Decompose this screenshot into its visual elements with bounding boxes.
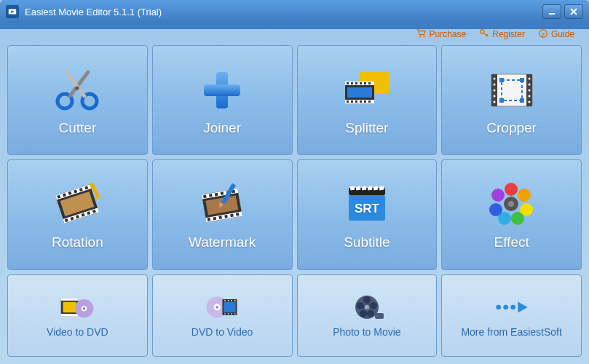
svg-point-91 xyxy=(365,305,369,309)
svg-point-26 xyxy=(528,77,530,79)
subtitle-label: Subtitle xyxy=(344,234,390,250)
svg-point-83 xyxy=(231,313,232,314)
register-label: Register xyxy=(492,29,525,39)
svg-point-86 xyxy=(363,296,371,304)
svg-rect-76 xyxy=(224,302,235,313)
svg-rect-53 xyxy=(379,186,384,191)
svg-point-93 xyxy=(496,305,501,310)
cutter-label: Cutter xyxy=(59,120,97,136)
svg-rect-49 xyxy=(356,186,361,191)
svg-rect-50 xyxy=(362,186,367,191)
svg-point-64 xyxy=(491,189,505,202)
svg-rect-12 xyxy=(204,84,240,96)
titlebar: Easiest Movie Editor 5.1.1 (Trial) xyxy=(0,0,589,23)
svg-point-23 xyxy=(493,89,495,91)
watermark-label: Watermark xyxy=(189,234,256,250)
cropper-label: Cropper xyxy=(486,120,537,136)
svg-rect-52 xyxy=(373,186,379,191)
minimize-button[interactable] xyxy=(542,4,561,19)
svg-point-3 xyxy=(419,36,421,37)
tile-grid: Cutter Joiner xyxy=(0,45,589,364)
svg-point-58 xyxy=(505,183,518,196)
effect-tile[interactable]: Effect xyxy=(441,159,582,269)
effect-icon xyxy=(483,179,541,230)
guide-label: Guide xyxy=(551,29,574,39)
svg-rect-35 xyxy=(520,98,524,103)
svg-rect-51 xyxy=(368,186,373,191)
rotation-icon xyxy=(48,179,106,230)
key-icon xyxy=(479,28,489,41)
photo-to-movie-icon xyxy=(349,293,385,322)
splitter-icon xyxy=(338,65,396,116)
effect-label: Effect xyxy=(494,234,529,250)
more-label: More from EasiestSoft xyxy=(461,326,562,338)
svg-point-63 xyxy=(489,203,502,216)
register-link[interactable]: Register xyxy=(479,28,525,41)
video-to-dvd-label: Video to DVD xyxy=(47,326,108,338)
svg-point-24 xyxy=(493,95,495,97)
svg-rect-68 xyxy=(63,302,76,313)
svg-point-21 xyxy=(493,77,495,79)
topbar: Purchase Register ? Guide xyxy=(0,23,589,45)
svg-point-28 xyxy=(528,89,530,91)
svg-text:?: ? xyxy=(542,31,545,37)
cutter-tile[interactable]: Cutter xyxy=(7,45,148,155)
svg-point-87 xyxy=(370,302,377,309)
rotation-tile[interactable]: Rotation xyxy=(7,159,148,269)
svg-rect-18 xyxy=(491,74,532,106)
svg-point-25 xyxy=(493,100,495,103)
dvd-to-video-label: DVD to Video xyxy=(191,326,253,338)
svg-point-82 xyxy=(228,313,229,314)
more-tile[interactable]: More from EasiestSoft xyxy=(441,274,582,357)
cropper-tile[interactable]: Cropper xyxy=(441,45,582,155)
dvd-to-video-icon xyxy=(204,293,240,322)
svg-point-88 xyxy=(367,310,374,317)
svg-rect-17 xyxy=(347,87,372,98)
subtitle-icon: SRT xyxy=(338,179,396,230)
svg-rect-34 xyxy=(499,98,504,103)
svg-point-77 xyxy=(224,300,226,301)
video-to-dvd-icon xyxy=(59,293,95,322)
svg-point-30 xyxy=(528,100,530,103)
svg-rect-66 xyxy=(61,298,79,301)
guide-link[interactable]: ? Guide xyxy=(538,28,574,41)
svg-point-90 xyxy=(357,302,364,309)
svg-rect-92 xyxy=(375,313,384,319)
svg-point-94 xyxy=(503,305,508,310)
svg-rect-67 xyxy=(61,314,79,317)
dvd-to-video-tile[interactable]: DVD to Video xyxy=(152,274,293,357)
more-arrow-icon xyxy=(494,293,530,322)
window-title: Easiest Movie Editor 5.1.1 (Trial) xyxy=(25,7,542,17)
video-to-dvd-tile[interactable]: Video to DVD xyxy=(7,274,148,357)
svg-point-29 xyxy=(528,95,530,97)
photo-to-movie-tile[interactable]: Photo to Movie xyxy=(297,274,438,357)
subtitle-tile[interactable]: SRT Subtitle xyxy=(297,159,438,269)
joiner-label: Joiner xyxy=(203,120,241,136)
scissors-icon xyxy=(48,65,106,116)
svg-point-80 xyxy=(234,300,236,301)
svg-point-61 xyxy=(511,212,524,225)
splitter-tile[interactable]: Splitter xyxy=(297,45,438,155)
svg-point-59 xyxy=(518,189,531,202)
svg-rect-32 xyxy=(499,78,504,82)
cart-icon xyxy=(416,28,427,41)
svg-marker-96 xyxy=(518,302,527,313)
svg-rect-2 xyxy=(549,13,555,15)
svg-rect-33 xyxy=(520,78,524,82)
svg-point-27 xyxy=(528,83,530,85)
joiner-tile[interactable]: Joiner xyxy=(152,45,293,155)
purchase-link[interactable]: Purchase xyxy=(416,28,467,41)
purchase-label: Purchase xyxy=(430,29,467,39)
svg-point-22 xyxy=(493,83,495,85)
cropper-icon xyxy=(483,65,541,116)
app-icon xyxy=(6,5,19,18)
watermark-tile[interactable]: Watermark xyxy=(152,159,293,269)
svg-point-81 xyxy=(224,313,226,314)
svg-point-79 xyxy=(231,300,232,301)
close-button[interactable] xyxy=(564,4,583,19)
svg-point-95 xyxy=(510,305,515,310)
plus-icon xyxy=(193,65,251,116)
svg-rect-48 xyxy=(350,186,355,191)
svg-point-84 xyxy=(234,313,236,314)
svg-text:SRT: SRT xyxy=(355,202,380,215)
